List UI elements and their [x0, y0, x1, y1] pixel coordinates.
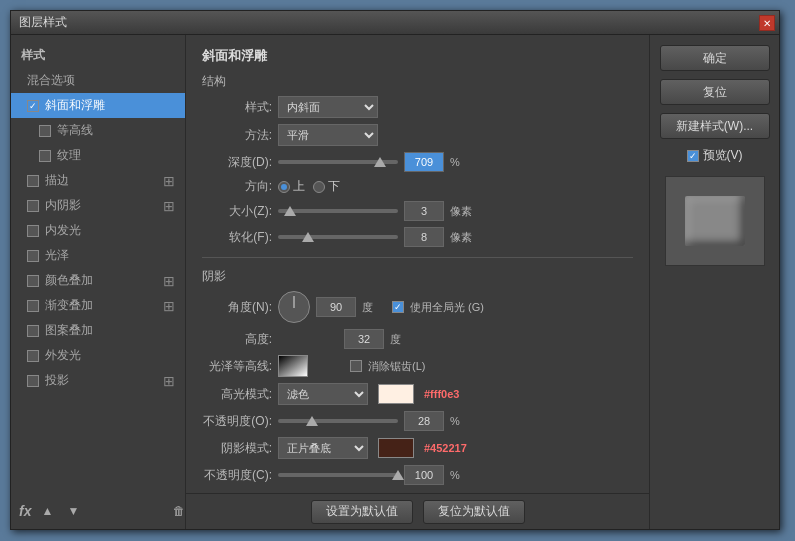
- size-input[interactable]: [404, 201, 444, 221]
- plus-icon-描边[interactable]: ⊞: [163, 173, 175, 189]
- checkbox-外发光[interactable]: [27, 350, 39, 362]
- checkbox-投影[interactable]: [27, 375, 39, 387]
- gloss-label: 光泽等高线:: [202, 358, 272, 375]
- checkbox-颜色叠加[interactable]: [27, 275, 39, 287]
- radio-down-circle: [313, 181, 325, 193]
- depth-input[interactable]: [404, 152, 444, 172]
- sidebar-item-投影[interactable]: 投影 ⊞: [11, 368, 185, 393]
- soften-slider[interactable]: [278, 230, 398, 244]
- sidebar-item-颜色叠加[interactable]: 颜色叠加 ⊞: [11, 268, 185, 293]
- checkbox-纹理[interactable]: [39, 150, 51, 162]
- highlight-opacity-label: 不透明度(O):: [202, 413, 272, 430]
- plus-icon-渐变叠加[interactable]: ⊞: [163, 298, 175, 314]
- method-select[interactable]: 平滑 雕刻清晰 雕刻柔和: [278, 124, 378, 146]
- size-slider[interactable]: [278, 204, 398, 218]
- antialias-label: 消除锯齿(L): [368, 359, 425, 374]
- global-light-label: 使用全局光 (G): [410, 300, 484, 315]
- styles-section-title: 样式: [11, 43, 185, 68]
- angle-input[interactable]: [316, 297, 356, 317]
- checkbox-内阴影[interactable]: [27, 200, 39, 212]
- dialog-body: 样式 混合选项 ✓ 斜面和浮雕 等高线 纹理 描边 ⊞: [11, 35, 779, 529]
- item-label: 光泽: [45, 247, 69, 264]
- checkbox-描边[interactable]: [27, 175, 39, 187]
- set-default-button[interactable]: 设置为默认值: [311, 500, 413, 524]
- soften-label: 软化(F):: [202, 229, 272, 246]
- shadow-opacity-unit: %: [450, 469, 470, 481]
- altitude-input[interactable]: [344, 329, 384, 349]
- sidebar-item-内阴影[interactable]: 内阴影 ⊞: [11, 193, 185, 218]
- ok-button[interactable]: 确定: [660, 45, 770, 71]
- item-label: 图案叠加: [45, 322, 93, 339]
- preview-check[interactable]: ✓: [687, 150, 699, 162]
- sidebar-item-图案叠加[interactable]: 图案叠加: [11, 318, 185, 343]
- preview-box: [665, 176, 765, 266]
- item-label: 纹理: [57, 147, 81, 164]
- size-unit: 像素: [450, 204, 472, 219]
- checkbox-渐变叠加[interactable]: [27, 300, 39, 312]
- highlight-mode-select[interactable]: 滤色 正常: [278, 383, 368, 405]
- sidebar-item-外发光[interactable]: 外发光: [11, 343, 185, 368]
- size-label: 大小(Z):: [202, 203, 272, 220]
- method-row: 方法: 平滑 雕刻清晰 雕刻柔和: [202, 124, 633, 146]
- sidebar-item-内发光[interactable]: 内发光: [11, 218, 185, 243]
- depth-row: 深度(D): %: [202, 152, 633, 172]
- item-label: 内发光: [45, 222, 81, 239]
- reset-button[interactable]: 复位: [660, 79, 770, 105]
- style-row: 样式: 内斜面 外斜面 浮雕效果: [202, 96, 633, 118]
- highlight-color-hex: #fff0e3: [424, 388, 459, 400]
- angle-row: 角度(N): 度 ✓ 使用全局光 (G): [202, 291, 633, 323]
- new-style-button[interactable]: 新建样式(W)...: [660, 113, 770, 139]
- preview-checkbox[interactable]: ✓ 预览(V): [687, 147, 743, 164]
- checkbox-等高线[interactable]: [39, 125, 51, 137]
- direction-radio-group: 上 下: [278, 178, 340, 195]
- close-button[interactable]: ✕: [759, 15, 775, 31]
- style-select[interactable]: 内斜面 外斜面 浮雕效果: [278, 96, 378, 118]
- antialias-checkbox[interactable]: [350, 360, 362, 372]
- angle-dial[interactable]: [278, 291, 310, 323]
- reset-default-button[interactable]: 复位为默认值: [423, 500, 525, 524]
- direction-down-label: 下: [328, 178, 340, 195]
- sidebar-item-斜面和浮雕[interactable]: ✓ 斜面和浮雕: [11, 93, 185, 118]
- shadow-color-hex: #452217: [424, 442, 467, 454]
- dialog-title: 图层样式: [19, 14, 67, 31]
- plus-icon-颜色叠加[interactable]: ⊞: [163, 273, 175, 289]
- plus-icon-投影[interactable]: ⊞: [163, 373, 175, 389]
- shadow-mode-row: 阴影模式: 正片叠底 正常 #452217: [202, 437, 633, 459]
- move-down-button[interactable]: ▼: [63, 501, 83, 521]
- sidebar-item-描边[interactable]: 描边 ⊞: [11, 168, 185, 193]
- sidebar-item-混合选项[interactable]: 混合选项: [11, 68, 185, 93]
- checkbox-斜面和浮雕[interactable]: ✓: [27, 100, 39, 112]
- bevel-emboss-title: 斜面和浮雕: [202, 47, 633, 65]
- sidebar-item-纹理[interactable]: 纹理: [11, 143, 185, 168]
- soften-input[interactable]: [404, 227, 444, 247]
- shadow-title: 阴影: [202, 268, 633, 285]
- item-label: 投影: [45, 372, 69, 389]
- direction-down-radio[interactable]: 下: [313, 178, 340, 195]
- move-up-button[interactable]: ▲: [37, 501, 57, 521]
- sidebar-item-光泽[interactable]: 光泽: [11, 243, 185, 268]
- direction-up-radio[interactable]: 上: [278, 178, 305, 195]
- shadow-opacity-input[interactable]: [404, 465, 444, 485]
- structure-title: 结构: [202, 73, 633, 90]
- plus-icon-内阴影[interactable]: ⊞: [163, 198, 175, 214]
- depth-slider[interactable]: [278, 155, 398, 169]
- gloss-contour-preview[interactable]: [278, 355, 308, 377]
- altitude-unit: 度: [390, 332, 410, 347]
- direction-up-label: 上: [293, 178, 305, 195]
- item-label: 内阴影: [45, 197, 81, 214]
- highlight-opacity-slider[interactable]: [278, 414, 398, 428]
- shadow-opacity-slider[interactable]: [278, 468, 398, 482]
- left-panel: 样式 混合选项 ✓ 斜面和浮雕 等高线 纹理 描边 ⊞: [11, 35, 186, 529]
- sidebar-item-等高线[interactable]: 等高线: [11, 118, 185, 143]
- angle-unit: 度: [362, 300, 382, 315]
- sidebar-item-渐变叠加[interactable]: 渐变叠加 ⊞: [11, 293, 185, 318]
- highlight-opacity-input[interactable]: [404, 411, 444, 431]
- shadow-color-swatch[interactable]: [378, 438, 414, 458]
- checkbox-光泽[interactable]: [27, 250, 39, 262]
- shadow-mode-select[interactable]: 正片叠底 正常: [278, 437, 368, 459]
- checkbox-图案叠加[interactable]: [27, 325, 39, 337]
- global-light-checkbox[interactable]: ✓: [392, 301, 404, 313]
- checkbox-内发光[interactable]: [27, 225, 39, 237]
- highlight-color-swatch[interactable]: [378, 384, 414, 404]
- shadow-opacity-row: 不透明度(C): %: [202, 465, 633, 485]
